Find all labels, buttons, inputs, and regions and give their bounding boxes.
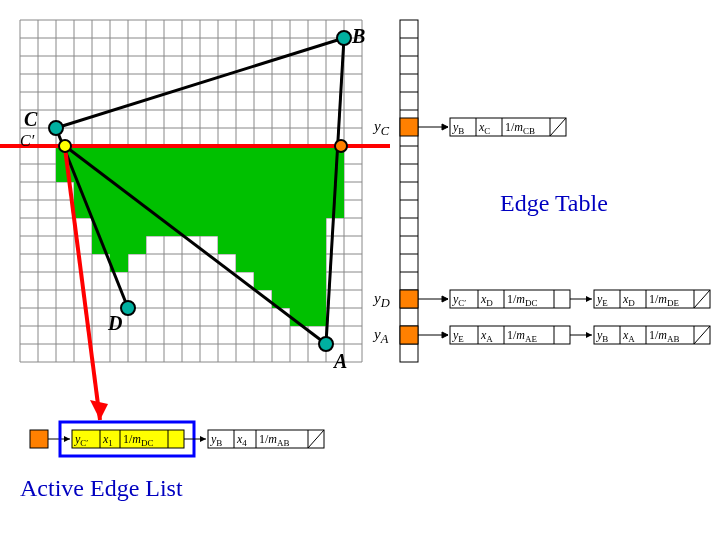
svg-marker-84 bbox=[442, 124, 448, 130]
svg-point-60 bbox=[121, 301, 135, 315]
svg-marker-88 bbox=[442, 332, 448, 338]
vertex-label-Cp: C′ bbox=[20, 132, 34, 150]
et-node-yC: yB xC 1/mCB bbox=[450, 118, 566, 136]
scanfill-grid: yB xC 1/mCB yC′ xD 1/mDC yE xD 1/mDE yE … bbox=[0, 0, 720, 540]
svg-rect-46 bbox=[218, 236, 326, 254]
bucket-head-yC bbox=[400, 118, 418, 136]
svg-rect-50 bbox=[272, 290, 326, 308]
ael-head bbox=[30, 430, 48, 448]
svg-point-58 bbox=[337, 31, 351, 45]
svg-rect-43 bbox=[74, 200, 344, 218]
bucket-label-yC: yC bbox=[374, 118, 389, 139]
svg-marker-57 bbox=[90, 400, 108, 420]
svg-rect-64 bbox=[400, 20, 418, 362]
svg-marker-132 bbox=[64, 436, 70, 442]
svg-marker-86 bbox=[442, 296, 448, 302]
edge-table-title: Edge Table bbox=[500, 190, 608, 217]
bucket-column bbox=[400, 20, 418, 362]
bucket-label-yD: yD bbox=[374, 290, 390, 311]
svg-point-61 bbox=[319, 337, 333, 351]
svg-rect-40 bbox=[56, 146, 344, 164]
vertex-label-A: A bbox=[334, 350, 347, 373]
svg-point-62 bbox=[59, 140, 71, 152]
vertex-label-B: B bbox=[352, 25, 365, 48]
svg-rect-48 bbox=[236, 254, 326, 272]
ael-node-2: yB x4 1/mAB bbox=[208, 430, 324, 448]
vertex-label-C: C bbox=[24, 108, 37, 131]
svg-rect-51 bbox=[290, 308, 326, 326]
bucket-head-yA bbox=[400, 326, 418, 344]
et-node-yD-2: yE xD 1/mDE bbox=[594, 290, 710, 308]
svg-marker-122 bbox=[586, 332, 592, 338]
et-node-yA-2: yB xA 1/mAB bbox=[594, 326, 710, 344]
et-node-yD-1: yC′ xD 1/mDC bbox=[450, 290, 592, 308]
bucket-head-yD bbox=[400, 290, 418, 308]
ael-title: Active Edge List bbox=[20, 475, 183, 502]
svg-marker-141 bbox=[200, 436, 206, 442]
svg-rect-49 bbox=[254, 272, 326, 290]
et-node-yA-1: yE xA 1/mAE bbox=[450, 326, 592, 344]
vertex-label-D: D bbox=[108, 312, 122, 335]
bucket-label-yA: yA bbox=[374, 326, 388, 347]
svg-point-59 bbox=[49, 121, 63, 135]
ael-node-1: yC′ x1 1/mDC bbox=[72, 430, 206, 448]
svg-rect-44 bbox=[92, 218, 326, 236]
svg-point-63 bbox=[335, 140, 347, 152]
svg-marker-105 bbox=[586, 296, 592, 302]
